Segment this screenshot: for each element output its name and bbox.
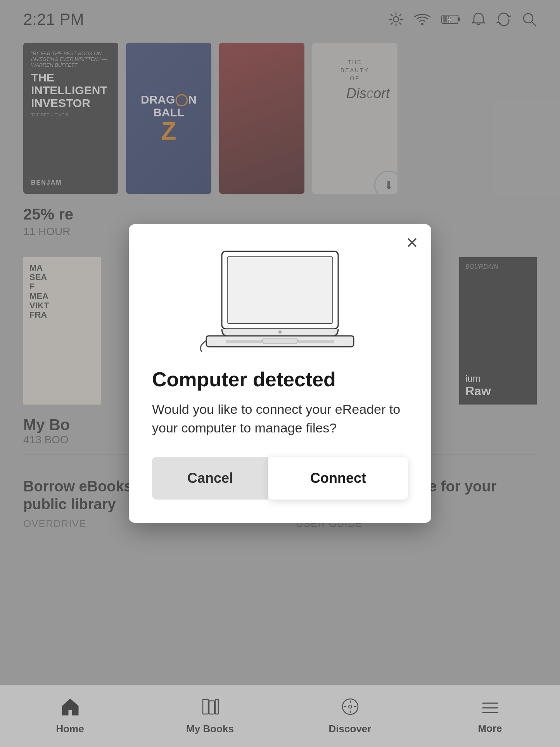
cancel-button[interactable]: Cancel <box>152 457 268 500</box>
dialog-close-button[interactable]: ✕ <box>406 235 419 251</box>
dialog-buttons: Cancel Connect <box>152 457 408 500</box>
connect-button[interactable]: Connect <box>268 457 408 500</box>
svg-point-29 <box>278 330 282 334</box>
laptop-illustration <box>152 244 408 352</box>
svg-rect-25 <box>227 257 333 323</box>
svg-rect-28 <box>263 338 297 344</box>
dialog-overlay: ✕ Computer detected <box>0 0 560 747</box>
dialog-title: Computer detected <box>152 368 408 391</box>
laptop-svg <box>199 244 361 352</box>
dialog-body: Would you like to connect your eReader t… <box>152 400 408 437</box>
computer-detected-dialog: ✕ Computer detected <box>129 224 431 522</box>
